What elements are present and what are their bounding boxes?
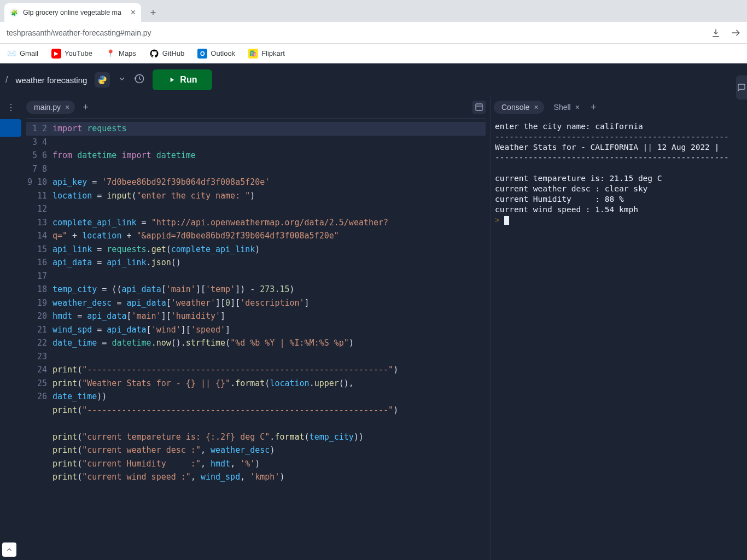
address-bar: teshprasanth/weather-forecasting#main.py: [0, 22, 747, 44]
bookmark-youtube[interactable]: ▶YouTube: [51, 49, 92, 59]
more-icon[interactable]: ⋮: [4, 101, 17, 114]
file-tab-label: main.py: [34, 103, 61, 112]
gmail-icon: ✉️: [7, 49, 16, 59]
bookmark-flipkart[interactable]: 🛍️Flipkart: [248, 49, 285, 59]
add-tab-button[interactable]: +: [79, 102, 92, 113]
breadcrumb-slash: /: [5, 75, 8, 85]
tab-favicon-icon: 🧩: [10, 8, 19, 17]
editor-pane: main.py × + 1 2 3 4 5 6 7 8 9 10 11 12 1…: [22, 96, 490, 560]
bookmark-gmail[interactable]: ✉️Gmail: [7, 49, 38, 59]
share-icon[interactable]: [731, 28, 740, 38]
github-icon: [149, 49, 159, 59]
tab-title: Glp grocery online vegetable ma: [23, 9, 121, 16]
tab-close-icon[interactable]: ×: [131, 8, 136, 18]
close-icon[interactable]: ×: [65, 103, 69, 112]
shell-tab[interactable]: Shell×: [546, 101, 585, 114]
svg-rect-0: [476, 104, 482, 110]
code-content[interactable]: import requests from datetime import dat…: [52, 119, 486, 560]
panel-layout-icon[interactable]: [472, 101, 486, 114]
bookmark-outlook[interactable]: OOutlook: [197, 49, 235, 59]
files-rail-button[interactable]: [0, 119, 21, 137]
url-text[interactable]: teshprasanth/weather-forecasting#main.py: [7, 28, 711, 37]
line-gutter: 1 2 3 4 5 6 7 8 9 10 11 12 13 14 15 16 1…: [26, 119, 52, 560]
browser-tab-strip: 🧩 Glp grocery online vegetable ma × +: [0, 0, 747, 22]
bookmarks-bar: ✉️Gmail ▶YouTube 📍Maps GitHub OOutlook 🛍…: [0, 44, 747, 63]
editor-tabs: main.py × +: [26, 96, 486, 118]
outlook-icon: O: [197, 49, 207, 59]
browser-tab[interactable]: 🧩 Glp grocery online vegetable ma ×: [4, 3, 141, 22]
history-icon[interactable]: [134, 73, 145, 86]
flipkart-icon: 🛍️: [248, 49, 258, 59]
install-icon[interactable]: [711, 28, 721, 38]
bookmark-maps[interactable]: 📍Maps: [106, 49, 136, 59]
youtube-icon: ▶: [51, 49, 61, 59]
add-output-tab[interactable]: +: [587, 102, 600, 113]
side-rail: ⋮: [0, 96, 22, 560]
output-tabs: Console× Shell× +: [494, 96, 744, 118]
chat-icon[interactable]: [736, 75, 747, 100]
bookmark-github[interactable]: GitHub: [149, 49, 184, 59]
chevron-down-icon[interactable]: [118, 74, 126, 85]
console-tab[interactable]: Console×: [494, 101, 544, 114]
python-icon[interactable]: [95, 72, 110, 88]
play-icon: [168, 76, 176, 84]
ide-header: / weather forecasting Run: [0, 63, 747, 96]
close-icon[interactable]: ×: [534, 103, 538, 112]
ide-container: / weather forecasting Run ⋮ main.py × +: [0, 63, 747, 560]
expand-icon[interactable]: [2, 542, 16, 557]
file-tab-main[interactable]: main.py ×: [26, 101, 75, 114]
code-editor[interactable]: 1 2 3 4 5 6 7 8 9 10 11 12 13 14 15 16 1…: [26, 118, 486, 560]
console-output[interactable]: enter the city name: california --------…: [494, 118, 744, 560]
project-name[interactable]: weather forecasting: [15, 75, 87, 85]
new-tab-button[interactable]: +: [145, 5, 161, 20]
maps-icon: 📍: [106, 49, 115, 59]
run-button[interactable]: Run: [153, 69, 212, 90]
close-icon[interactable]: ×: [575, 103, 580, 112]
output-pane: Console× Shell× + enter the city name: c…: [490, 96, 747, 560]
